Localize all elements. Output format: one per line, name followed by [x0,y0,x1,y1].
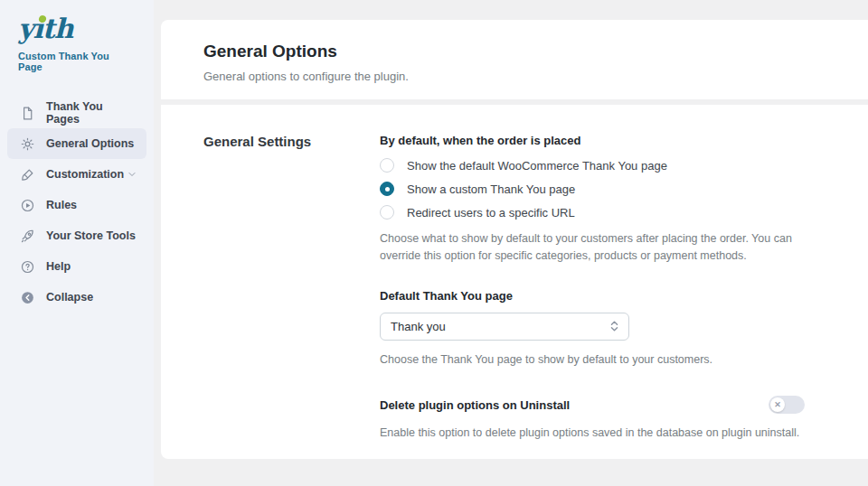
toggle-field-group: Delete plugin options on Uninstall ✕ Ena… [380,396,832,442]
sidebar-menu: Thank You Pages General Options Customiz… [0,98,154,313]
sidebar-item-help[interactable]: Help [7,251,146,282]
toggle-knob-off-icon[interactable]: ✕ [770,397,785,412]
play-circle-icon [20,198,35,213]
radio-option-custom-thank-you-page[interactable]: Show a custom Thank You page [380,182,832,196]
sidebar-item-label: General Options [46,137,134,150]
yith-logo: yith [18,14,73,43]
sidebar-item-label: Rules [46,199,77,211]
radio-group-description: Choose what to show by default to your c… [380,230,825,266]
radio-label: Show a custom Thank You page [407,182,575,196]
rocket-icon [20,229,35,244]
chevron-down-icon[interactable] [127,169,137,180]
toggle-row: Delete plugin options on Uninstall ✕ [380,396,832,414]
radio-option-redirect-url[interactable]: Redirect users to a specific URL [380,205,832,220]
main-panel: General Options General options to confi… [161,20,868,459]
radio-label: Show the default WooCommerce Thank You p… [407,159,667,173]
radio-unchecked-icon[interactable] [380,205,394,220]
select-field-description: Choose the Thank You page to show by def… [380,351,825,369]
radio-group-label: By default, when the order is placed [380,134,832,147]
sidebar-item-label: Customization [46,168,124,181]
select-updown-chevron-icon [609,320,619,332]
default-thank-you-page-select[interactable]: Thank you [380,313,629,341]
sidebar-item-thank-you-pages[interactable]: Thank You Pages [7,98,146,128]
delete-options-toggle[interactable]: ✕ [769,396,805,414]
sidebar-item-label: Your Store Tools [46,229,136,242]
sidebar-item-label: Help [46,260,71,273]
select-field-label: Default Thank You page [380,289,832,303]
radio-option-default-woocommerce[interactable]: Show the default WooCommerce Thank You p… [380,158,832,173]
page-title: General Options [203,42,832,61]
sidebar-item-customization[interactable]: Customization [7,159,146,190]
radio-list: Show the default WooCommerce Thank You p… [380,158,832,220]
sidebar-item-label: Thank You Pages [46,100,137,126]
sidebar-item-general-options[interactable]: General Options [7,128,146,159]
page-subtitle: General options to configure the plugin. [203,70,832,83]
radio-group: By default, when the order is placed Sho… [380,134,832,266]
document-icon [20,106,35,121]
radio-unchecked-icon[interactable] [380,158,394,173]
brush-icon [20,167,35,182]
plugin-name: Custom Thank You Page [18,51,136,72]
select-field-group: Default Thank You page Thank you Choose … [380,289,832,369]
toggle-field-label: Delete plugin options on Uninstall [380,398,570,412]
sidebar-item-collapse[interactable]: Collapse [7,282,146,313]
toggle-field-description: Enable this option to delete plugin opti… [380,425,825,442]
sidebar-item-your-store-tools[interactable]: Your Store Tools [7,220,146,251]
collapse-arrow-icon [20,290,35,305]
radio-label: Redirect users to a specific URL [407,206,575,220]
sidebar: yith Custom Thank You Page Thank You Pag… [0,0,154,486]
section-label: General Settings [203,134,380,149]
gear-icon [20,136,35,152]
panel-body: General Settings By default, when the or… [161,105,868,459]
question-circle-icon [20,259,35,275]
logo-block: yith Custom Thank You Page [0,14,154,85]
sidebar-item-label: Collapse [46,291,93,304]
controls-column: By default, when the order is placed Sho… [380,134,832,443]
sidebar-item-rules[interactable]: Rules [7,190,146,220]
panel-header: General Options General options to confi… [161,20,868,99]
select-value: Thank you [391,320,609,333]
section-label-column: General Settings [203,134,380,443]
radio-checked-icon[interactable] [380,182,394,196]
